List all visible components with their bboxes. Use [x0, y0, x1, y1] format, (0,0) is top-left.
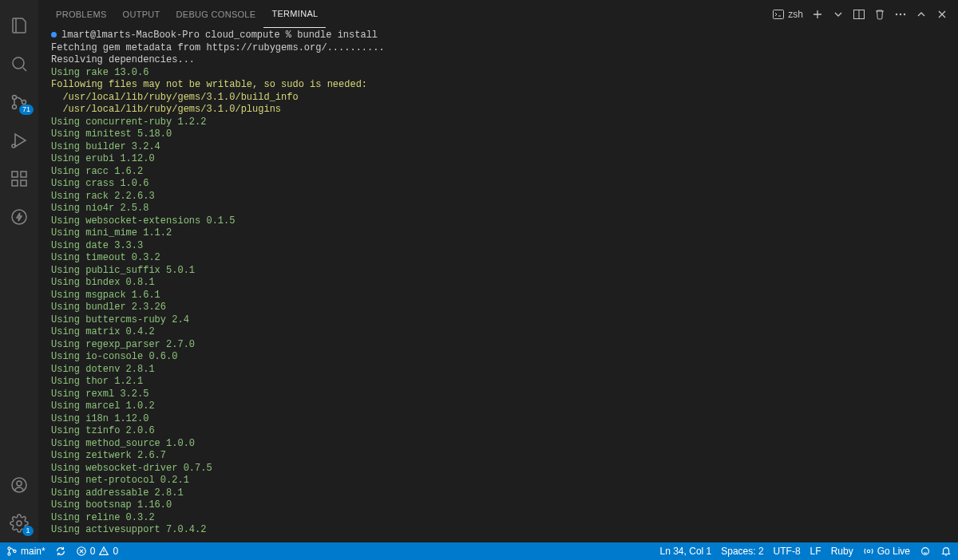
extensions-icon[interactable]: [0, 160, 38, 198]
tab-debug-console[interactable]: DEBUG CONSOLE: [168, 0, 264, 28]
terminal-line: Using matrix 0.4.2: [51, 326, 945, 339]
new-terminal-icon[interactable]: [811, 8, 824, 21]
terminal-line: Fetching gem metadata from https://rubyg…: [51, 42, 945, 55]
terminal-line: Using mini_mime 1.1.2: [51, 227, 945, 240]
terminal-line: Using public_suffix 5.0.1: [51, 265, 945, 278]
terminal-line: Using regexp_parser 2.7.0: [51, 339, 945, 352]
panel: PROBLEMS OUTPUT DEBUG CONSOLE TERMINAL z…: [38, 0, 958, 542]
terminal-line: Following files may not be writable, so …: [51, 79, 945, 92]
settings-badge: 1: [22, 526, 34, 536]
terminal-line: Using tzinfo 2.0.6: [51, 425, 945, 438]
more-actions-icon[interactable]: [894, 8, 907, 21]
terminal-dropdown-icon[interactable]: [832, 8, 845, 21]
svg-point-15: [896, 13, 897, 14]
svg-point-2: [13, 105, 17, 109]
status-ln-col[interactable]: Ln 34, Col 1: [660, 546, 712, 557]
terminal-line: Using date 3.3.3: [51, 240, 945, 253]
status-go-live[interactable]: Go Live: [863, 546, 910, 557]
terminal-shell-selector[interactable]: zsh: [772, 8, 803, 21]
status-language[interactable]: Ruby: [831, 546, 853, 557]
status-eol[interactable]: LF: [810, 546, 821, 557]
svg-point-10: [12, 478, 26, 492]
panel-tabs: PROBLEMS OUTPUT DEBUG CONSOLE TERMINAL z…: [38, 0, 958, 28]
activity-bar: 71 1: [0, 0, 38, 542]
branch-label: main*: [21, 546, 46, 557]
terminal-prompt-line: lmart@lmarts-MacBook-Pro cloud_compute %…: [51, 30, 945, 42]
terminal-line: Using rack 2.2.6.3: [51, 191, 945, 203]
svg-rect-8: [21, 172, 26, 177]
status-bell-icon[interactable]: [940, 546, 952, 557]
svg-point-16: [900, 13, 901, 14]
terminal-line: Using addressable 2.8.1: [51, 487, 945, 500]
warning-count: 0: [113, 546, 118, 557]
status-sync-icon[interactable]: [55, 546, 66, 557]
svg-point-17: [904, 13, 905, 14]
explorer-icon[interactable]: [0, 6, 38, 45]
tab-problems[interactable]: PROBLEMS: [48, 0, 115, 28]
svg-rect-7: [21, 180, 26, 186]
terminal-line: Using erubi 1.12.0: [51, 153, 945, 166]
terminal-line: Using zeitwerk 2.6.7: [51, 450, 945, 463]
svg-point-18: [8, 547, 10, 550]
status-encoding[interactable]: UTF-8: [774, 546, 801, 557]
run-debug-icon[interactable]: [0, 121, 38, 160]
source-control-icon[interactable]: 71: [0, 83, 38, 121]
terminal-line: Using rake 13.0.6: [51, 67, 945, 80]
terminal-line: Using activesupport 7.0.4.2: [51, 524, 945, 537]
error-count: 0: [90, 546, 96, 557]
svg-point-4: [12, 144, 15, 148]
terminal-line: Using bootsnap 1.16.0: [51, 499, 945, 512]
svg-rect-13: [774, 10, 784, 18]
tab-output[interactable]: OUTPUT: [115, 0, 168, 28]
status-bar: main* 0 0 Ln 34, Col 1 Spaces: 2 UTF-8 L…: [0, 542, 958, 560]
terminal-line: Using reline 0.3.2: [51, 512, 945, 525]
terminal-line: Using dotenv 2.8.1: [51, 364, 945, 377]
thunder-icon[interactable]: [0, 198, 38, 236]
tab-terminal[interactable]: TERMINAL: [263, 0, 326, 28]
terminal-line: Using concurrent-ruby 1.2.2: [51, 116, 945, 129]
terminal-line: Using crass 1.0.6: [51, 178, 945, 191]
terminal-line: Using net-protocol 0.2.1: [51, 475, 945, 487]
search-icon[interactable]: [0, 45, 38, 83]
terminal-line: Using rexml 3.2.5: [51, 388, 945, 401]
terminal-output[interactable]: lmart@lmarts-MacBook-Pro cloud_compute %…: [38, 28, 958, 542]
terminal-line: Resolving dependencies...: [51, 54, 945, 67]
status-problems[interactable]: 0 0: [76, 546, 118, 557]
terminal-line: Using websocket-extensions 0.1.5: [51, 215, 945, 228]
shell-label: zsh: [788, 9, 803, 20]
svg-point-12: [17, 521, 22, 526]
prompt-indicator-icon: [51, 32, 57, 37]
settings-gear-icon[interactable]: 1: [0, 504, 38, 542]
terminal-line: Using i18n 1.12.0: [51, 413, 945, 426]
terminal-line: Using msgpack 1.6.1: [51, 290, 945, 302]
svg-point-9: [12, 210, 26, 224]
terminal-line: Using method_source 1.0.0: [51, 438, 945, 451]
split-terminal-icon[interactable]: [853, 8, 865, 21]
terminal-line: Using thor 1.2.1: [51, 376, 945, 388]
terminal-line: Using websocket-driver 0.7.5: [51, 463, 945, 475]
svg-point-11: [17, 481, 22, 486]
terminal-line: Using marcel 1.0.2: [51, 400, 945, 413]
svg-point-0: [13, 57, 24, 69]
terminal-line: /usr/local/lib/ruby/gems/3.1.0/plugins: [51, 104, 945, 116]
terminal-line: Using buttercms-ruby 2.4: [51, 314, 945, 327]
terminal-line: /usr/local/lib/ruby/gems/3.1.0/build_inf…: [51, 92, 945, 105]
close-panel-icon[interactable]: [936, 8, 948, 21]
terminal-line: Using nio4r 2.5.8: [51, 203, 945, 215]
maximize-panel-icon[interactable]: [915, 8, 928, 21]
terminal-line: Using io-console 0.6.0: [51, 351, 945, 364]
status-spaces[interactable]: Spaces: 2: [721, 546, 763, 557]
status-feedback-icon[interactable]: [920, 546, 931, 557]
kill-terminal-icon[interactable]: [873, 8, 886, 21]
terminal-line: Using bundler 2.3.26: [51, 302, 945, 314]
svg-point-19: [8, 553, 10, 555]
terminal-line: Using bindex 0.8.1: [51, 277, 945, 290]
terminal-line: Using timeout 0.3.2: [51, 252, 945, 265]
terminal-line: Using minitest 5.18.0: [51, 128, 945, 141]
account-icon[interactable]: [0, 466, 38, 504]
terminal-line: Using racc 1.6.2: [51, 166, 945, 179]
svg-rect-5: [12, 172, 18, 177]
scm-badge: 71: [19, 105, 34, 115]
terminal-line: Using builder 3.2.4: [51, 141, 945, 154]
status-branch[interactable]: main*: [6, 546, 46, 557]
